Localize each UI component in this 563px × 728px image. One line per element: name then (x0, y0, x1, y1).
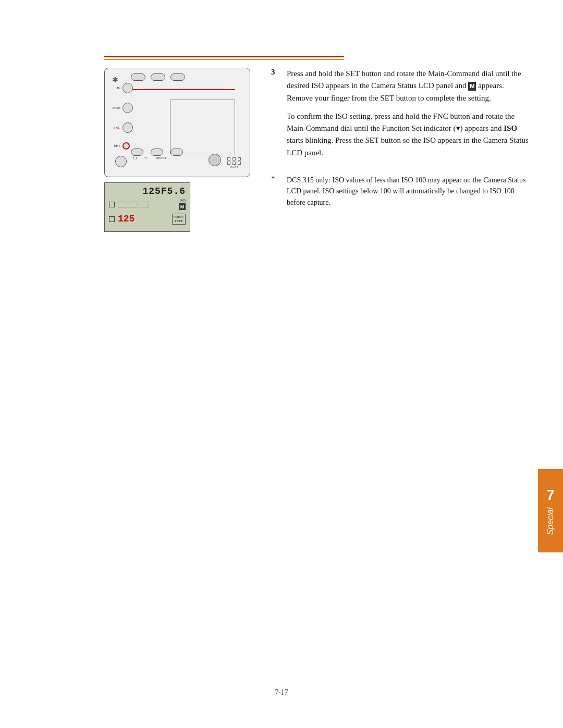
speaker-dot (232, 162, 236, 165)
step-3-number: 3 (271, 68, 279, 165)
set-button (123, 142, 130, 150)
gold-line (104, 59, 344, 60)
set-label: SET (109, 144, 120, 148)
speaker-dot (227, 157, 230, 161)
lcd-seg-2 (129, 202, 138, 207)
fnc-label: FNC (109, 126, 120, 130)
camera-lcd-area (170, 100, 235, 154)
ps-button-row: Ps (109, 83, 133, 93)
lcd-red-value: 125 (118, 214, 134, 224)
m-symbol: M (468, 82, 476, 91)
lcd-iso-label: SO (180, 199, 186, 203)
busy-label: BUSY (227, 165, 242, 168)
lcd-top-row: 125F5.6 (105, 183, 190, 196)
mde-button-row: MDE (109, 103, 133, 113)
cam-oval-btn-1 (131, 73, 145, 81)
footnote-text: DCS 315 only: ISO values of less than IS… (287, 175, 532, 208)
speaker-dot (232, 157, 236, 161)
cam-oval-btn-3 (170, 73, 185, 81)
lcd-right-indicators: SO M (179, 199, 186, 210)
lcd-segments (118, 202, 149, 207)
decorative-lines (104, 56, 344, 60)
side-tab: 7 Special (538, 469, 563, 552)
cam-oval-btn-2 (151, 73, 165, 81)
lcd-bottom-row: 125 PRINTTYPE (105, 212, 190, 226)
footnote-row: * DCS 315 only: ISO values of less than … (271, 175, 532, 208)
lcd-seg-3 (140, 202, 149, 207)
red-pointer-line (131, 89, 235, 90)
camera-top-buttons (131, 73, 185, 81)
camera-diagram: ✱ Ps MDE (104, 68, 250, 177)
cam-circle-selector (209, 154, 221, 166)
speaker-dot (227, 162, 230, 165)
cam-speaker: BUSY (227, 157, 242, 168)
reset-label: RESET (156, 156, 167, 160)
lcd-middle-row: SO M (105, 196, 190, 212)
step-3-row: 3 Press and hold the SET button and rota… (271, 68, 532, 165)
ps-label: Ps (109, 86, 120, 90)
lcd-panel: 125F5.6 SO M 125 PRINTTYPE (104, 182, 190, 232)
ps-button (123, 83, 133, 93)
fnc-button-row: FNC (109, 122, 133, 133)
camera-left-buttons: Ps MDE FNC SET (109, 83, 133, 150)
speaker-dot (238, 157, 241, 161)
side-tab-number: 7 (546, 487, 555, 503)
left-column: ✱ Ps MDE (104, 68, 255, 232)
cam-bottom-oval-2 (151, 149, 163, 156)
fnc-button (123, 122, 133, 133)
side-tab-label: Special (546, 508, 555, 535)
mde-button (123, 103, 133, 113)
footnote-star: * (271, 175, 279, 208)
set-button-row: SET (109, 142, 133, 150)
step-3-para2-text: To confirm the ISO setting, press and ho… (287, 112, 515, 132)
parens-label: ( ) (133, 156, 137, 160)
step-3-para2-cont: starts blinking. Press the SET button so… (287, 136, 529, 156)
cam-bottom-oval-1 (131, 149, 143, 156)
lcd-checkbox-2 (109, 216, 115, 222)
lcd-main-value: 125F5.6 (142, 186, 186, 196)
page-number: 7-17 (275, 688, 288, 697)
lcd-print-type: PRINTTYPE (172, 214, 186, 225)
right-column: 3 Press and hold the SET button and rota… (271, 68, 532, 232)
plusminus-label: +/- (144, 156, 148, 160)
lcd-seg-1 (118, 202, 127, 207)
cam-bottom-circle (115, 156, 127, 167)
lcd-m-box: M (179, 203, 186, 210)
lcd-checkbox-1 (109, 202, 115, 207)
step-3-para2: To confirm the ISO setting, press and ho… (287, 110, 532, 159)
cam-bottom-oval-3 (170, 149, 183, 156)
red-line (104, 56, 344, 57)
step-3-text: Press and hold the SET button and rotate… (287, 68, 532, 165)
speaker-dot (238, 162, 241, 165)
step-3-para1: Press and hold the SET button and rotate… (287, 68, 532, 104)
iso-bold: ISO (504, 124, 517, 132)
mde-label: MDE (109, 106, 120, 110)
content-area: ✱ Ps MDE (104, 68, 532, 232)
